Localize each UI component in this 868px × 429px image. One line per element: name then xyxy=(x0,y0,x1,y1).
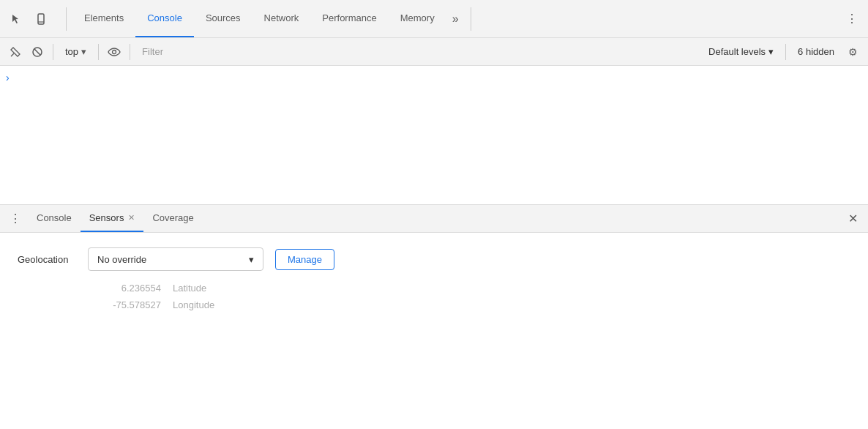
console-area: › xyxy=(0,66,868,205)
more-options-btn[interactable]: ⋮ xyxy=(842,9,862,29)
toolbar-divider-2 xyxy=(98,44,99,60)
latitude-label: Latitude xyxy=(173,283,206,294)
latitude-value: 6.236554 xyxy=(88,283,161,294)
tab-sources[interactable]: Sources xyxy=(194,0,252,37)
tab-memory[interactable]: Memory xyxy=(389,0,446,37)
geolocation-row: Geolocation No override ▾ Manage xyxy=(18,247,850,271)
filter-input[interactable] xyxy=(136,42,356,61)
hidden-count: 6 hidden xyxy=(792,46,840,57)
mobile-icon-btn[interactable] xyxy=(31,9,51,29)
top-bar: Elements Console Sources Network Perform… xyxy=(0,0,868,38)
chevron-down-icon-geo: ▾ xyxy=(249,254,254,265)
svg-line-5 xyxy=(34,48,40,54)
bottom-panel: ⋮ Console Sensors ✕ Coverage ✕ Geolocati… xyxy=(0,205,868,331)
console-chevron[interactable]: › xyxy=(6,72,10,83)
devtools-icons xyxy=(6,9,51,29)
block-icon-btn[interactable] xyxy=(28,42,47,61)
cursor-icon-btn[interactable] xyxy=(6,9,26,29)
toolbar-divider xyxy=(53,44,53,60)
tab-more[interactable]: » xyxy=(446,0,465,37)
svg-point-6 xyxy=(113,50,116,53)
geolocation-select[interactable]: No override ▾ xyxy=(88,247,263,271)
context-selector[interactable]: top ▾ xyxy=(59,44,92,59)
divider-1 xyxy=(66,7,67,31)
toolbar-divider-3 xyxy=(130,44,130,60)
bottom-tab-console[interactable]: Console xyxy=(28,205,81,232)
sensors-tab-close[interactable]: ✕ xyxy=(128,214,135,222)
tab-elements[interactable]: Elements xyxy=(72,0,135,37)
levels-btn[interactable]: Default levels ▾ xyxy=(703,44,779,59)
longitude-label: Longitude xyxy=(173,299,214,310)
longitude-row: -75.578527 Longitude xyxy=(88,299,850,310)
console-toolbar: top ▾ Default levels ▾ 6 hidden ⚙ xyxy=(0,38,868,66)
bottom-close-btn[interactable]: ✕ xyxy=(843,209,862,228)
main-tabs: Elements Console Sources Network Perform… xyxy=(72,0,465,37)
bottom-dots-menu[interactable]: ⋮ xyxy=(6,209,25,228)
svg-rect-0 xyxy=(38,14,44,24)
svg-line-3 xyxy=(11,53,14,56)
longitude-value: -75.578527 xyxy=(88,299,161,310)
tab-console[interactable]: Console xyxy=(135,0,194,37)
gear-btn[interactable]: ⚙ xyxy=(843,42,862,61)
bottom-tab-sensors[interactable]: Sensors ✕ xyxy=(81,205,144,232)
clear-console-btn[interactable] xyxy=(6,42,25,61)
latitude-row: 6.236554 Latitude xyxy=(88,283,850,294)
sensors-content: Geolocation No override ▾ Manage 6.23655… xyxy=(0,233,868,331)
chevron-down-icon-levels: ▾ xyxy=(768,46,774,57)
gear-icon: ⚙ xyxy=(848,46,858,58)
bottom-tab-coverage[interactable]: Coverage xyxy=(143,205,202,232)
tab-performance[interactable]: Performance xyxy=(310,0,388,37)
tab-network[interactable]: Network xyxy=(252,0,311,37)
geolocation-label: Geolocation xyxy=(18,254,76,265)
chevron-down-icon: ▾ xyxy=(81,46,86,57)
manage-btn[interactable]: Manage xyxy=(275,249,334,270)
divider-2 xyxy=(471,7,471,31)
top-bar-right: ⋮ xyxy=(842,9,862,29)
bottom-tab-bar: ⋮ Console Sensors ✕ Coverage ✕ xyxy=(0,205,868,233)
eye-icon-btn[interactable] xyxy=(105,42,124,61)
toolbar-divider-4 xyxy=(785,44,786,60)
close-icon: ✕ xyxy=(848,212,858,225)
